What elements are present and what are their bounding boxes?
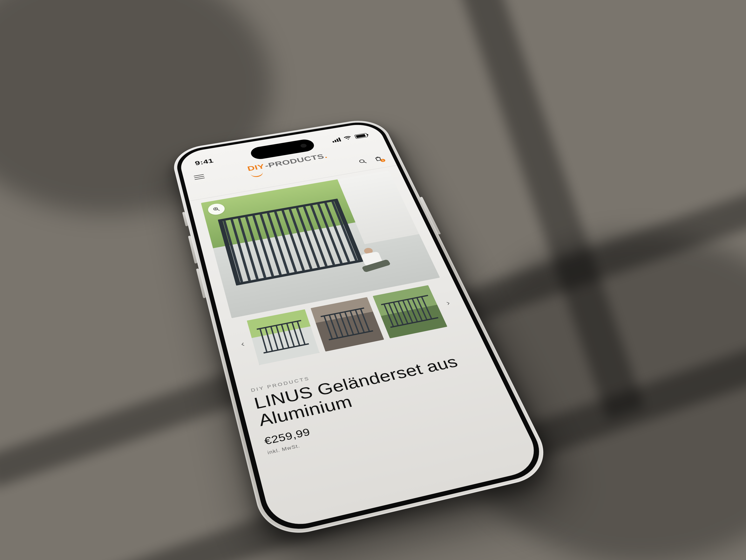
svg-line-4 bbox=[215, 209, 217, 209]
menu-button[interactable] bbox=[194, 174, 205, 180]
volume-up bbox=[188, 235, 197, 263]
status-time: 9:41 bbox=[194, 157, 214, 167]
signal-icon bbox=[332, 137, 341, 142]
svg-line-5 bbox=[218, 209, 220, 211]
svg-line-1 bbox=[364, 162, 366, 163]
stage: 9:41 DIY bbox=[0, 0, 746, 560]
battery-icon bbox=[354, 133, 368, 139]
thumb-prev[interactable] bbox=[238, 340, 248, 348]
logo-part-diy: DIY bbox=[246, 163, 265, 172]
thumb-next[interactable] bbox=[443, 300, 453, 307]
search-button[interactable] bbox=[356, 158, 368, 165]
mute-switch bbox=[182, 212, 188, 226]
svg-point-0 bbox=[359, 159, 365, 163]
volume-down bbox=[196, 269, 206, 298]
thumbnail-3[interactable] bbox=[373, 285, 448, 338]
thumbnail-1[interactable] bbox=[247, 309, 320, 365]
thumbnail-2[interactable] bbox=[311, 297, 384, 352]
cart-button[interactable]: 1 bbox=[372, 155, 384, 163]
wifi-icon bbox=[343, 136, 352, 141]
